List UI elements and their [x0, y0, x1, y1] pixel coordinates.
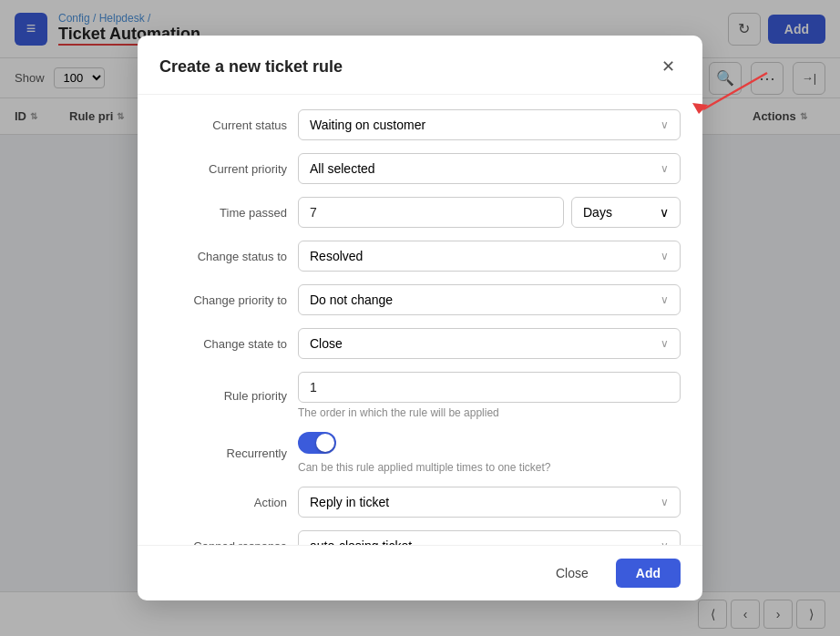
modal-header: Create a new ticket rule ✕ [138, 36, 702, 95]
current-priority-control: All selected ∨ [298, 153, 681, 184]
change-status-control: Resolved ∨ [298, 241, 681, 272]
current-priority-label: Current priority [159, 162, 287, 176]
rule-priority-row: Rule priority The order in which the rul… [159, 372, 681, 419]
modal-add-button[interactable]: Add [616, 559, 681, 588]
change-state-chevron-icon: ∨ [661, 337, 669, 350]
change-status-label: Change status to [159, 250, 287, 263]
modal: Create a new ticket rule ✕ Current statu… [138, 36, 702, 600]
canned-response-select[interactable]: auto-closing ticket ∨ [298, 530, 681, 545]
current-priority-row: Current priority All selected ∨ [159, 153, 681, 184]
rule-priority-label: Rule priority [159, 389, 287, 403]
change-state-control: Close ∨ [298, 328, 681, 359]
change-priority-label: Change priority to [159, 293, 287, 307]
change-priority-row: Change priority to Do not change ∨ [159, 284, 681, 315]
time-passed-label: Time passed [159, 206, 287, 220]
time-passed-control: Days ∨ [298, 197, 681, 228]
current-status-control: Waiting on customer ∨ [298, 109, 681, 140]
recurrently-row: Recurrently Can be this rule applied mul… [159, 432, 681, 474]
change-state-select[interactable]: Close ∨ [298, 328, 681, 359]
modal-title: Create a new ticket rule [159, 57, 343, 77]
change-priority-control: Do not change ∨ [298, 284, 681, 315]
change-state-row: Change state to Close ∨ [159, 328, 681, 359]
rule-priority-hint: The order in which the rule will be appl… [298, 406, 681, 419]
change-state-label: Change state to [159, 337, 287, 351]
recurrently-control: Can be this rule applied multiple times … [298, 432, 681, 474]
close-button[interactable]: Close [538, 559, 607, 588]
time-unit-chevron-icon: ∨ [660, 205, 669, 220]
action-chevron-icon: ∨ [661, 496, 669, 508]
recurrently-label: Recurrently [159, 446, 287, 460]
change-status-row: Change status to Resolved ∨ [159, 241, 681, 272]
current-status-chevron-icon: ∨ [661, 118, 669, 131]
action-control: Reply in ticket ∨ [298, 487, 681, 518]
time-passed-input[interactable] [298, 197, 564, 228]
rule-priority-control: The order in which the rule will be appl… [298, 372, 681, 419]
change-status-chevron-icon: ∨ [661, 250, 669, 262]
recurrently-hint: Can be this rule applied multiple times … [298, 461, 681, 474]
action-label: Action [159, 496, 287, 509]
current-priority-chevron-icon: ∨ [661, 162, 669, 175]
action-row: Action Reply in ticket ∨ [159, 487, 681, 518]
recurrently-toggle[interactable] [298, 432, 336, 454]
canned-response-control: auto-closing ticket ∨ [298, 530, 681, 545]
time-unit-select[interactable]: Days ∨ [571, 197, 681, 228]
modal-close-button[interactable]: ✕ [655, 54, 681, 79]
toggle-thumb [316, 434, 334, 452]
change-status-select[interactable]: Resolved ∨ [298, 241, 681, 272]
modal-footer: Close Add [138, 545, 702, 600]
modal-overlay: Create a new ticket rule ✕ Current statu… [0, 0, 840, 636]
canned-response-row: Canned response auto-closing ticket ∨ [159, 530, 681, 545]
current-priority-select[interactable]: All selected ∨ [298, 153, 681, 184]
recurrently-toggle-wrap [298, 432, 681, 454]
current-status-row: Current status Waiting on customer ∨ [159, 109, 681, 140]
action-select[interactable]: Reply in ticket ∨ [298, 487, 681, 518]
current-status-select[interactable]: Waiting on customer ∨ [298, 109, 681, 140]
modal-body: Current status Waiting on customer ∨ Cur… [138, 95, 702, 545]
canned-response-chevron-icon: ∨ [661, 539, 669, 545]
change-priority-chevron-icon: ∨ [661, 293, 669, 306]
current-status-label: Current status [159, 118, 287, 132]
change-priority-select[interactable]: Do not change ∨ [298, 284, 681, 315]
rule-priority-input[interactable] [298, 372, 681, 403]
time-passed-row: Time passed Days ∨ [159, 197, 681, 228]
